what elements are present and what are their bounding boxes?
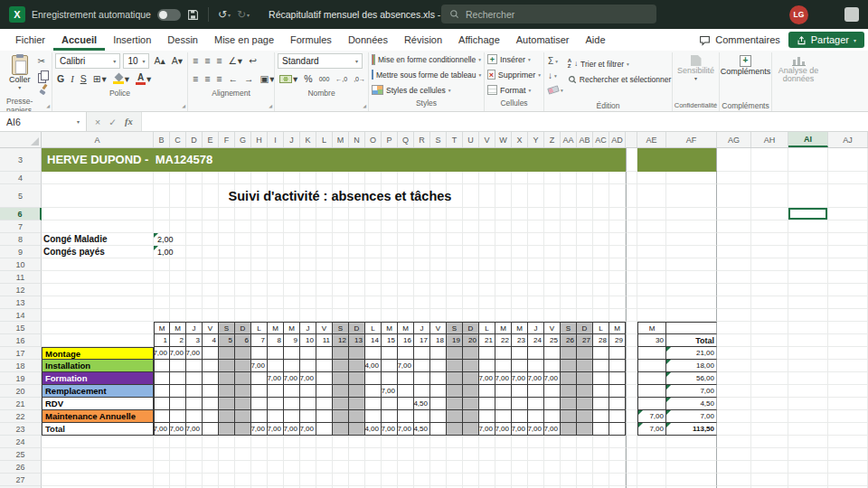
cell-AE14[interactable] bbox=[637, 309, 666, 322]
cell-AI9[interactable] bbox=[788, 246, 828, 258]
name-box[interactable]: AI6▾ bbox=[0, 112, 87, 131]
cell-E26[interactable] bbox=[203, 461, 219, 474]
cell-AI21[interactable] bbox=[788, 398, 828, 410]
cell-AJ25[interactable] bbox=[828, 448, 868, 461]
cell-B15[interactable]: M bbox=[154, 322, 170, 334]
cell-B9[interactable]: 1,00 bbox=[154, 246, 170, 258]
cell-H4[interactable] bbox=[251, 172, 268, 184]
cell-AB19[interactable] bbox=[577, 372, 593, 385]
cell-Y19[interactable]: 7,00 bbox=[528, 372, 544, 385]
cell-AF4[interactable] bbox=[666, 172, 717, 184]
cell-R20[interactable] bbox=[414, 385, 430, 398]
cell-AG17[interactable] bbox=[717, 347, 751, 360]
cell-AD18[interactable] bbox=[609, 360, 626, 372]
cell-AJ12[interactable] bbox=[828, 284, 868, 296]
cell-K7[interactable] bbox=[300, 221, 316, 233]
cell-Z10[interactable] bbox=[544, 258, 561, 271]
col-header-U[interactable]: U bbox=[463, 132, 479, 147]
accounting-format-button[interactable]: ▾ bbox=[278, 73, 299, 84]
cell-L7[interactable] bbox=[316, 221, 333, 233]
cell-B13[interactable] bbox=[154, 296, 170, 309]
cell-M25[interactable] bbox=[333, 448, 349, 461]
cell-H18[interactable]: 7,00 bbox=[251, 360, 268, 372]
cell-AC23[interactable] bbox=[593, 423, 609, 436]
cell-U24[interactable] bbox=[463, 436, 479, 448]
cell-V7[interactable] bbox=[479, 221, 495, 233]
cell-I22[interactable] bbox=[268, 410, 284, 423]
cell-AF17[interactable]: 21,00 bbox=[666, 347, 717, 360]
cell-N12[interactable] bbox=[349, 284, 365, 296]
cell-AF9[interactable] bbox=[666, 246, 717, 258]
cell-T8[interactable] bbox=[447, 233, 463, 246]
cell-C24[interactable] bbox=[170, 436, 186, 448]
cell-W7[interactable] bbox=[495, 221, 512, 233]
cell-D26[interactable] bbox=[186, 461, 203, 474]
cell-S24[interactable] bbox=[430, 436, 447, 448]
cell-AF20[interactable]: 7,00 bbox=[666, 385, 717, 398]
cell-E4[interactable] bbox=[203, 172, 219, 184]
col-header-AF[interactable]: AF bbox=[666, 132, 717, 147]
cell-E17[interactable] bbox=[203, 347, 219, 360]
cell-AB6[interactable] bbox=[577, 208, 593, 221]
font-name-select[interactable]: Calibri▾ bbox=[55, 53, 120, 69]
tab-données[interactable]: Données bbox=[340, 29, 396, 51]
cell-AG6[interactable] bbox=[717, 208, 751, 221]
row-header-4[interactable]: 4 bbox=[0, 172, 42, 184]
cell-E27[interactable] bbox=[203, 474, 219, 486]
tab-fichier[interactable]: Fichier bbox=[7, 29, 53, 51]
cell-AB26[interactable] bbox=[577, 461, 593, 474]
cell-L25[interactable] bbox=[316, 448, 333, 461]
cell-Q3[interactable] bbox=[398, 148, 414, 172]
cell-AH17[interactable] bbox=[751, 347, 788, 360]
cell-I20[interactable] bbox=[268, 385, 284, 398]
cell-AG23[interactable] bbox=[717, 423, 751, 436]
cell-AF18[interactable]: 18,00 bbox=[666, 360, 717, 372]
col-header-H[interactable]: H bbox=[251, 132, 268, 147]
cell-D21[interactable] bbox=[186, 398, 203, 410]
cell-Y5[interactable] bbox=[528, 184, 544, 208]
cell-W3[interactable] bbox=[495, 148, 512, 172]
cell-AF21[interactable]: 4,50 bbox=[666, 398, 717, 410]
cell-L22[interactable] bbox=[316, 410, 333, 423]
cell-G6[interactable] bbox=[235, 208, 251, 221]
cell-AF15[interactable] bbox=[666, 322, 717, 334]
cell-M12[interactable] bbox=[333, 284, 349, 296]
cell-B6[interactable] bbox=[154, 208, 170, 221]
cell-N19[interactable] bbox=[349, 372, 365, 385]
cell-V22[interactable] bbox=[479, 410, 495, 423]
cell-E13[interactable] bbox=[203, 296, 219, 309]
cell-D16[interactable]: 3 bbox=[186, 334, 203, 347]
cell-gap17[interactable] bbox=[626, 347, 637, 360]
copy-button[interactable] bbox=[37, 69, 50, 82]
cell-L15[interactable]: V bbox=[316, 322, 333, 334]
cell-F8[interactable] bbox=[219, 233, 235, 246]
cell-C10[interactable] bbox=[170, 258, 186, 271]
row-header-15[interactable]: 15 bbox=[0, 322, 42, 334]
decrease-decimal-button[interactable]: ,0→ bbox=[352, 76, 367, 82]
col-header-AG[interactable]: AG bbox=[717, 132, 751, 147]
cell-AG26[interactable] bbox=[717, 461, 751, 474]
cell-P21[interactable] bbox=[382, 398, 398, 410]
cell-I9[interactable] bbox=[268, 246, 284, 258]
cell-U15[interactable]: D bbox=[463, 322, 479, 334]
cell-AG27[interactable] bbox=[717, 474, 751, 486]
cell-AH11[interactable] bbox=[751, 271, 788, 284]
tab-insertion[interactable]: Insertion bbox=[105, 29, 159, 51]
cell-F23[interactable] bbox=[219, 423, 235, 436]
cell-M7[interactable] bbox=[333, 221, 349, 233]
cell-T10[interactable] bbox=[447, 258, 463, 271]
row-header-5[interactable]: 5 bbox=[0, 184, 42, 208]
cell-R21[interactable]: 4,50 bbox=[414, 398, 430, 410]
cell-AI25[interactable] bbox=[788, 448, 828, 461]
cell-G16[interactable]: 6 bbox=[235, 334, 251, 347]
autosum-button[interactable]: Σ▾ bbox=[547, 54, 564, 68]
cell-B18[interactable] bbox=[154, 360, 170, 372]
cell-M19[interactable] bbox=[333, 372, 349, 385]
align-center-button[interactable]: ≡ bbox=[203, 73, 212, 84]
cell-F25[interactable] bbox=[219, 448, 235, 461]
cell-AA20[interactable] bbox=[561, 385, 577, 398]
cell-D20[interactable] bbox=[186, 385, 203, 398]
cell-B14[interactable] bbox=[154, 309, 170, 322]
cell-N23[interactable] bbox=[349, 423, 365, 436]
cell-F26[interactable] bbox=[219, 461, 235, 474]
